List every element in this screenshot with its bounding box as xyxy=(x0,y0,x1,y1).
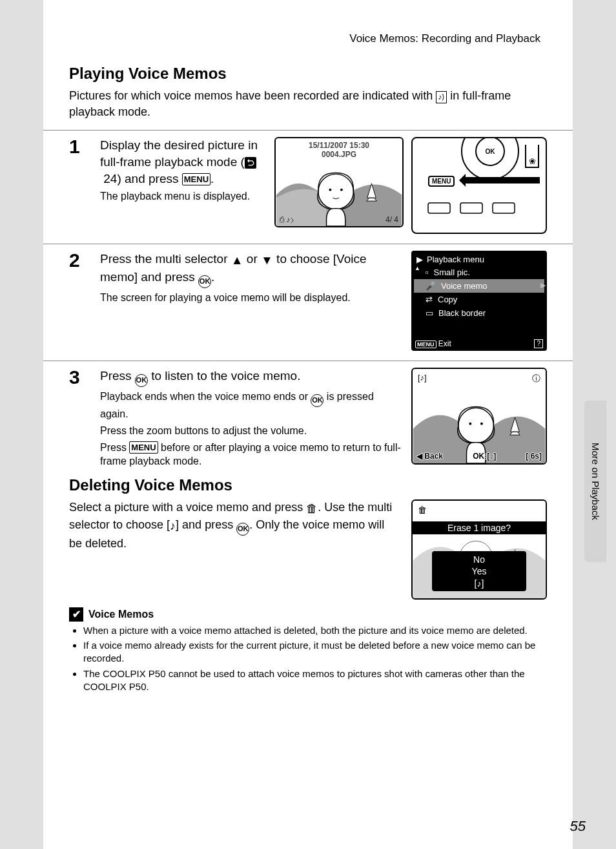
svg-point-10 xyxy=(458,408,494,444)
note-bullet: The COOLPIX P50 cannot be used to attach… xyxy=(83,667,547,694)
running-header: Voice Memos: Recording and Playback xyxy=(69,32,547,45)
note-bullet: When a picture with a voice memo attache… xyxy=(83,624,547,637)
option-no: No xyxy=(432,554,526,565)
divider xyxy=(43,130,573,131)
menu-item-copy: Copy xyxy=(438,295,457,304)
menu-item-smallpic: Small pic. xyxy=(434,267,470,277)
menu-key-label: MENU xyxy=(415,341,436,348)
svg-point-12 xyxy=(480,423,483,425)
step3-sub2: Press the zoom buttons to adjust the vol… xyxy=(100,424,404,438)
back-label: ◀ Back xyxy=(416,452,443,461)
notes-section: ✔ Voice Memos When a picture with a voic… xyxy=(69,607,547,693)
step1-sub: The playback menu is displayed. xyxy=(100,189,267,204)
scroll-up-icon: ▲ xyxy=(415,265,420,271)
step-number: 1 xyxy=(69,137,92,234)
step2-instruction: Press the multi selector or to choose [V… xyxy=(100,251,404,288)
step3-sub3: Press MENU before or after playing a voi… xyxy=(100,441,404,468)
option-voice-memo-icon: [♪] xyxy=(432,577,526,589)
ok-overlay: OK xyxy=(473,452,484,461)
ok-button-icon: OK xyxy=(311,394,323,407)
ok-button-icon: OK xyxy=(236,523,249,536)
mic-icon: 🎤 xyxy=(426,281,436,291)
svg-point-2 xyxy=(340,189,343,191)
lcd-voice-playback: [♪] ⓘ ◀ Back OK:[♪] [ 6s] xyxy=(411,368,547,465)
step1-instruction: Display the desired picture in full-fram… xyxy=(100,137,267,187)
border-icon: ▭ xyxy=(426,308,433,318)
portrait-illustration xyxy=(413,369,546,463)
copy-icon: ⇄ xyxy=(426,295,433,304)
arrow-pointing-menu-icon xyxy=(459,171,543,190)
step-2: 2 Press the multi selector or to choose … xyxy=(69,251,547,351)
time-remaining: [ 6s] xyxy=(526,452,542,461)
page-number: 55 xyxy=(570,818,586,835)
option-yes: Yes xyxy=(432,565,526,577)
ok-button-icon: OK xyxy=(198,275,211,288)
camera-back-illustration: OK ❀ MENU xyxy=(411,137,547,234)
lcd-screenshot-fullframe: 15/11/2007 15:30 0004.JPG ⎙ ♪⟩ 4/ 4 xyxy=(274,137,404,227)
lcd-delete-dialog: 🗑 Erase 1 image? No Yes [♪] xyxy=(411,499,547,600)
note-bracket-icon: ♪ xyxy=(170,518,176,534)
ok-button-icon: OK xyxy=(135,374,148,387)
voice-memo-indicator-icon: ♪⟩ xyxy=(436,91,447,103)
step3-sub1: Playback ends when the voice memo ends o… xyxy=(100,390,404,421)
section-title-deleting: Deleting Voice Memos xyxy=(69,476,547,494)
svg-rect-9 xyxy=(493,203,515,213)
exit-label: Exit xyxy=(438,339,451,348)
note-bullet: If a voice memo already exists for the c… xyxy=(83,639,547,666)
section-title-playing: Playing Voice Memos xyxy=(69,65,547,83)
manual-page: Voice Memos: Recording and Playback Play… xyxy=(43,0,573,849)
menu-button-glyph: MENU xyxy=(182,173,210,186)
playback-icon: ▶ xyxy=(416,255,423,264)
menu-button-glyph: MENU xyxy=(129,441,158,454)
menu-title: Playback menu xyxy=(427,255,484,264)
step-1: 1 Display the desired picture in full-fr… xyxy=(69,137,547,234)
step3-instruction: Press OK to listen to the voice memo. xyxy=(100,368,404,387)
up-triangle-icon xyxy=(231,252,243,269)
svg-rect-7 xyxy=(428,203,450,213)
divider xyxy=(43,361,573,361)
svg-point-11 xyxy=(469,423,471,425)
lcd-bottom-left-icons: ⎙ ♪⟩ xyxy=(280,215,294,224)
notes-heading: Voice Memos xyxy=(88,609,154,620)
svg-text:❀: ❀ xyxy=(529,156,536,166)
divider xyxy=(43,244,573,244)
erase-question: Erase 1 image? xyxy=(413,521,546,534)
section-intro: Pictures for which voice memos have been… xyxy=(69,88,547,120)
lcd-counter-b: 4 xyxy=(394,215,398,224)
step-3: 3 Press OK to listen to the voice memo. … xyxy=(69,368,547,468)
svg-point-0 xyxy=(318,174,353,209)
menu-item-blackborder: Black border xyxy=(438,308,486,318)
svg-point-1 xyxy=(329,189,331,191)
svg-text:OK: OK xyxy=(486,148,496,155)
check-icon: ✔ xyxy=(69,607,83,622)
intro-text-a: Pictures for which voice memos have been… xyxy=(69,89,436,102)
lcd-counter-a: 4/ xyxy=(385,215,392,224)
section-thumb-tab: More on Playback xyxy=(584,401,606,562)
down-triangle-icon xyxy=(261,252,273,269)
step-number: 2 xyxy=(69,251,92,351)
step2-sub: The screen for playing a voice memo will… xyxy=(100,291,404,305)
camera-menu-button: MENU xyxy=(428,176,455,187)
small-pic-icon: ▫ xyxy=(426,267,429,277)
help-icon: ? xyxy=(534,339,543,348)
portrait-illustration xyxy=(276,138,402,226)
step-number: 3 xyxy=(69,368,92,468)
trash-icon: 🗑 xyxy=(306,501,318,517)
deleting-body: Select a picture with a voice memo and p… xyxy=(69,499,398,552)
page-ref-icon: ⮌ xyxy=(245,157,256,169)
lcd-playback-menu: ▶ Playback menu ▲ ▫Small pic. 🎤Voice mem… xyxy=(411,251,547,351)
menu-item-voicememo: Voice memo xyxy=(441,281,488,291)
svg-rect-8 xyxy=(460,203,482,213)
side-tab-label: More on Playback xyxy=(590,443,601,520)
